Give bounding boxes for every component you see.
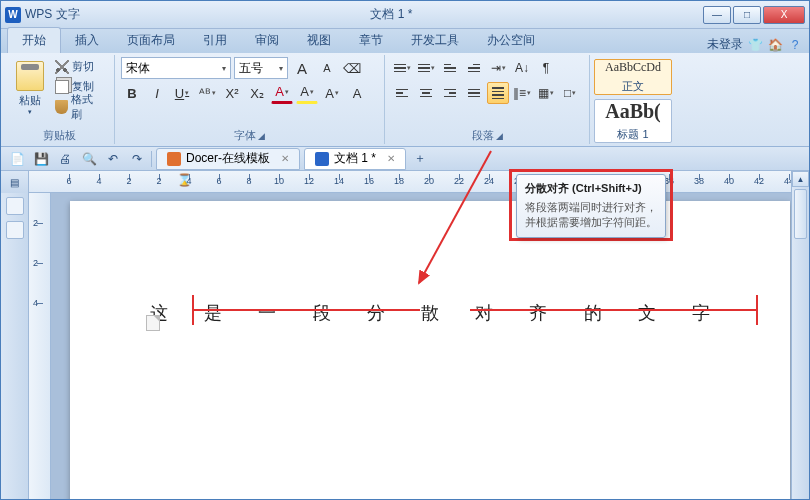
group-styles: AaBbCcDd 正文 AaBb( 标题 1 (590, 55, 805, 144)
undo-button[interactable]: ↶ (103, 150, 123, 168)
align-left-icon (396, 89, 408, 98)
wps-doc-icon (315, 152, 329, 166)
ribbon-tabs: 开始 插入 页面布局 引用 审阅 视图 章节 开发工具 办公空间 未登录 👕 🏠… (1, 29, 809, 53)
style-normal[interactable]: AaBbCcDd 正文 (594, 59, 672, 95)
vtool-1[interactable] (6, 197, 24, 215)
print-preview-button[interactable]: 🔍 (79, 150, 99, 168)
tab-start[interactable]: 开始 (7, 27, 61, 53)
copy-icon (55, 80, 69, 94)
tab-view[interactable]: 视图 (293, 28, 345, 53)
scroll-thumb[interactable] (794, 189, 807, 239)
char-shading-button[interactable]: A (321, 82, 343, 104)
char-border-button[interactable]: A (346, 82, 368, 104)
paste-label: 粘贴 (19, 93, 41, 108)
underline-button[interactable]: U (171, 82, 193, 104)
tab-devtools[interactable]: 开发工具 (397, 28, 473, 53)
number-list-button[interactable] (415, 57, 437, 79)
redo-button[interactable]: ↷ (127, 150, 147, 168)
italic-button[interactable]: I (146, 82, 168, 104)
page-viewport[interactable]: 这 是 一 段 分 散 对 齐 的 文 字 (51, 193, 809, 499)
increase-indent-button[interactable] (463, 57, 485, 79)
align-right-button[interactable] (439, 82, 461, 104)
tab-pagelayout[interactable]: 页面布局 (113, 28, 189, 53)
vtool-2[interactable] (6, 221, 24, 239)
ruler-tick: 40 (724, 176, 734, 186)
ruler-tick: 38 (694, 176, 704, 186)
tab-insert[interactable]: 插入 (61, 28, 113, 53)
font-name-select[interactable]: 宋体▾ (121, 57, 231, 79)
ruler-tick: 8 (246, 176, 251, 186)
align-center-button[interactable] (415, 82, 437, 104)
vertical-ruler[interactable]: 224 (29, 193, 51, 499)
style-heading1[interactable]: AaBb( 标题 1 (594, 99, 672, 143)
close-tab-icon[interactable]: ✕ (281, 153, 289, 164)
cut-icon (55, 60, 69, 74)
superscript-button[interactable]: X² (221, 82, 243, 104)
add-tab-button[interactable]: ＋ (410, 150, 430, 168)
doc-tab-active[interactable]: 文档 1 * ✕ (304, 148, 406, 170)
distributed-text[interactable]: 这 是 一 段 分 散 对 齐 的 文 字 (150, 301, 710, 325)
shading-button[interactable]: ▦ (535, 82, 557, 104)
ruler-tick: 20 (424, 176, 434, 186)
clipboard-label: 剪贴板 (43, 129, 76, 141)
doc-title: 文档 1 * (80, 6, 703, 23)
brush-icon (55, 100, 69, 114)
group-font: 宋体▾ 五号▾ A A ⌫ B I U ᴬᴮ X² X₂ A A A A 字体◢ (115, 55, 385, 144)
font-size-select[interactable]: 五号▾ (234, 57, 288, 79)
group-paragraph: ⇥ A↓ ¶ ‖≡ ▦ □ 段落◢ (385, 55, 590, 144)
cut-button[interactable]: 剪切 (51, 57, 108, 76)
paste-button[interactable]: 粘贴 ▾ (11, 57, 49, 119)
maximize-button[interactable]: □ (733, 6, 761, 24)
skin-icon[interactable]: 👕 (747, 37, 763, 53)
print-button[interactable]: 🖨 (55, 150, 75, 168)
sort-button[interactable]: A↓ (511, 57, 533, 79)
tab-section[interactable]: 章节 (345, 28, 397, 53)
ruler-tick: 18 (394, 176, 404, 186)
tab-review[interactable]: 审阅 (241, 28, 293, 53)
bold-button[interactable]: B (121, 82, 143, 104)
ruler-tick: 2 (126, 176, 131, 186)
minimize-button[interactable]: — (703, 6, 731, 24)
align-center-icon (420, 89, 432, 98)
shrink-font-button[interactable]: A (316, 57, 338, 79)
annotation-bracket-left (192, 295, 194, 325)
scroll-up-button[interactable]: ▲ (792, 171, 809, 187)
vruler-tick: 2 (33, 218, 38, 228)
line-spacing-button[interactable]: ‖≡ (511, 82, 533, 104)
grow-font-button[interactable]: A (291, 57, 313, 79)
ruler-tick: 24 (484, 176, 494, 186)
quick-access-bar: 📄 💾 🖨 🔍 ↶ ↷ Docer-在线模板 ✕ 文档 1 * ✕ ＋ (1, 147, 809, 171)
tab-office[interactable]: 办公空间 (473, 28, 549, 53)
ruler-tick: 12 (304, 176, 314, 186)
tab-references[interactable]: 引用 (189, 28, 241, 53)
save-button[interactable]: 💾 (31, 150, 51, 168)
login-status[interactable]: 未登录 (707, 36, 743, 53)
bullet-list-button[interactable] (391, 57, 413, 79)
align-distributed-button[interactable] (487, 82, 509, 104)
tab-settings-button[interactable]: ⇥ (487, 57, 509, 79)
clear-format-button[interactable]: ⌫ (341, 57, 363, 79)
horizontal-ruler[interactable]: ⌛ 64224681012141618202224262830323436384… (29, 171, 809, 193)
ribbon: 粘贴 ▾ 剪切 复制 格式刷 剪贴板 宋体▾ 五号▾ A A ⌫ B (1, 53, 809, 147)
strike-button[interactable]: ᴬᴮ (196, 82, 218, 104)
annotation-bracket-right (756, 295, 758, 325)
paper[interactable]: 这 是 一 段 分 散 对 齐 的 文 字 (70, 201, 790, 499)
font-color-button[interactable]: A (271, 82, 293, 104)
close-tab-icon[interactable]: ✕ (387, 153, 395, 164)
show-marks-button[interactable]: ¶ (535, 57, 557, 79)
ruler-tick: 6 (216, 176, 221, 186)
help-icon[interactable]: ? (787, 37, 803, 53)
home-icon[interactable]: 🏠 (767, 37, 783, 53)
subscript-button[interactable]: X₂ (246, 82, 268, 104)
align-justify-button[interactable] (463, 82, 485, 104)
highlight-button[interactable]: A (296, 82, 318, 104)
new-doc-button[interactable]: 📄 (7, 150, 27, 168)
format-brush-button[interactable]: 格式刷 (51, 97, 108, 116)
borders-button[interactable]: □ (559, 82, 581, 104)
decrease-indent-button[interactable] (439, 57, 461, 79)
align-left-button[interactable] (391, 82, 413, 104)
doc-tab-docer[interactable]: Docer-在线模板 ✕ (156, 148, 300, 170)
vertical-scrollbar[interactable]: ▲ (791, 171, 809, 499)
close-button[interactable]: X (763, 6, 805, 24)
side-toggle[interactable]: ▤ (1, 171, 29, 193)
